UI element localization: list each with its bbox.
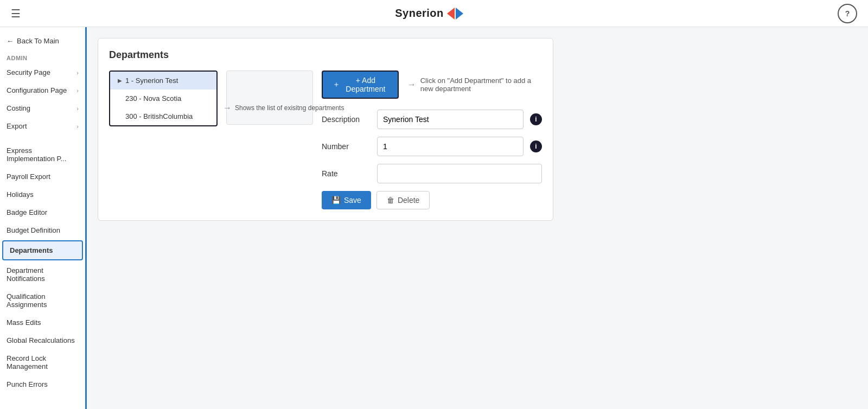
delete-button[interactable]: 🗑 Delete [376,191,430,209]
description-info-icon[interactable]: i [530,113,542,125]
dept-list-item-synerion-test[interactable]: ▶ 1 - Synerion Test [110,72,216,90]
security-page-label: Security Page [7,68,50,76]
sidebar-item-badge-editor[interactable]: Badge Editor [0,203,85,221]
hamburger-menu[interactable]: ☰ [11,7,21,20]
delete-label: Delete [398,196,419,204]
main-content: Departments ▶ 1 - Synerion Test 230 - No… [87,27,868,409]
number-label: Number [322,142,371,151]
sidebar-item-mass-edits[interactable]: Mass Edits [0,314,85,331]
dept-list-item-nova-scotia[interactable]: 230 - Nova Scotia [110,90,216,107]
rate-input[interactable] [377,164,542,183]
admin-section-label: ADMIN [0,49,85,63]
list-annotation-text: Shows the list of exisitng departments [235,104,344,112]
logo-left-triangle-icon [447,8,455,20]
dept-list-item-british-columbia[interactable]: 300 - BritishColumbia [110,107,216,125]
chevron-right-icon: › [76,105,79,112]
arrow-right-icon: → [223,103,232,113]
sidebar-item-departments[interactable]: Departments [2,240,83,260]
save-label: Save [344,196,361,204]
sidebar-item-security-page[interactable]: Security Page › [0,63,85,81]
dept-item-label: 300 - BritishColumbia [125,112,193,120]
sidebar-item-record-lock-management[interactable]: Record Lock Management [0,349,85,375]
logo-right-triangle-icon [456,8,463,20]
sidebar-item-holidays[interactable]: Holidays [0,186,85,203]
add-dept-annotation-text: Click on "Add Department" to add a new d… [420,76,542,93]
rate-row: Rate [322,164,542,183]
add-department-button[interactable]: ＋ + Add Department [322,71,399,99]
list-annotation: → Shows the list of exisitng departments [223,103,344,113]
number-info-icon[interactable]: i [530,140,542,152]
save-button[interactable]: 💾 Save [322,191,371,209]
configuration-page-label: Configuration Page [7,86,67,94]
chevron-right-icon: › [76,87,79,94]
export-label: Export [7,122,27,130]
sidebar-divider [0,135,85,142]
back-to-main-link[interactable]: ← Back To Main [0,33,85,49]
sidebar-item-configuration-page[interactable]: Configuration Page › [0,81,85,99]
sidebar-item-costing[interactable]: Costing › [0,99,85,117]
dept-item-label: 1 - Synerion Test [125,76,178,85]
description-row: Description i [322,110,542,129]
add-dept-label: + Add Department [343,76,388,93]
sidebar-departments-wrapper: Departments Click on departments [0,240,85,260]
add-dept-annotation: Click on "Add Department" to add a new d… [407,76,542,93]
description-label: Description [322,115,371,124]
sidebar: ← Back To Main ADMIN Security Page › Con… [0,27,87,409]
departments-layout: ▶ 1 - Synerion Test 230 - Nova Scotia 30… [109,71,542,209]
sidebar-item-payroll-export[interactable]: Payroll Export [0,168,85,186]
panel-title: Departments [109,49,542,61]
dept-form-area: ＋ + Add Department Click on "Add Departm… [322,71,542,209]
sidebar-item-department-notifications[interactable]: Department Notifications [0,261,85,287]
app-body: ← Back To Main ADMIN Security Page › Con… [0,27,868,409]
save-icon: 💾 [331,196,341,204]
sidebar-item-budget-definition[interactable]: Budget Definition [0,221,85,239]
chevron-right-icon: › [76,69,79,76]
help-button[interactable]: ? [838,4,857,23]
costing-label: Costing [7,104,30,112]
logo: Synerion [395,7,463,20]
back-arrow-icon: ← [7,37,14,45]
trash-icon: 🗑 [387,196,394,204]
plus-icon: ＋ [333,80,340,90]
sidebar-item-punch-errors[interactable]: Punch Errors [0,375,85,393]
add-dept-row: ＋ + Add Department Click on "Add Departm… [322,71,542,99]
number-row: Number i [322,137,542,156]
sidebar-item-global-recalculations[interactable]: Global Recalculations [0,331,85,349]
number-input[interactable] [377,137,524,156]
back-to-main-label: Back To Main [17,37,59,45]
expand-icon: ▶ [118,78,122,84]
sidebar-item-express-impl[interactable]: Express Implementation P... [0,142,85,168]
sidebar-item-export[interactable]: Export › [0,117,85,135]
action-buttons: 💾 Save 🗑 Delete [322,191,542,209]
dept-item-label: 230 - Nova Scotia [125,94,181,103]
dept-list: ▶ 1 - Synerion Test 230 - Nova Scotia 30… [109,71,218,126]
chevron-right-icon: › [76,123,79,130]
dept-list-wrapper: ▶ 1 - Synerion Test 230 - Nova Scotia 30… [109,71,218,126]
list-placeholder [226,71,313,125]
top-navbar: ☰ Synerion ? [0,0,868,27]
rate-label: Rate [322,169,371,178]
logo-text: Synerion [395,7,444,20]
description-input[interactable] [377,110,524,129]
sidebar-item-qualification-assignments[interactable]: Qualification Assignments [0,287,85,314]
departments-panel: Departments ▶ 1 - Synerion Test 230 - No… [98,38,553,221]
